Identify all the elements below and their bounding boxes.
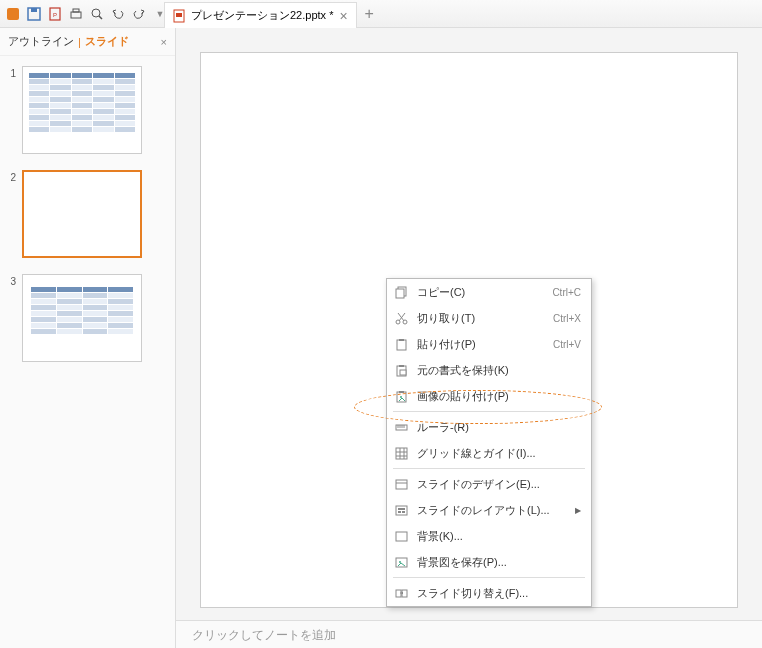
print-icon[interactable] bbox=[67, 5, 85, 23]
menu-paste-image[interactable]: 画像の貼り付け(P) bbox=[387, 383, 591, 409]
svg-rect-40 bbox=[402, 511, 405, 513]
save-bg-icon bbox=[393, 554, 409, 570]
thumbnail-row: 3 bbox=[6, 274, 169, 362]
menu-copy[interactable]: コピー(C) Ctrl+C bbox=[387, 279, 591, 305]
menu-paste[interactable]: 貼り付け(P) Ctrl+V bbox=[387, 331, 591, 357]
layout-icon bbox=[393, 502, 409, 518]
file-tab-name: プレゼンテーション22.pptx * bbox=[191, 8, 333, 23]
copy-icon bbox=[393, 284, 409, 300]
tab-outline[interactable]: アウトライン bbox=[8, 34, 74, 49]
grid-icon bbox=[393, 445, 409, 461]
pdf-icon[interactable]: P bbox=[46, 5, 64, 23]
close-tab-icon[interactable]: × bbox=[339, 8, 347, 24]
menu-label: 切り取り(T) bbox=[417, 311, 545, 326]
toolbar: P ▼ bbox=[0, 0, 762, 28]
transition-icon bbox=[393, 585, 409, 601]
svg-rect-23 bbox=[399, 391, 404, 393]
svg-rect-38 bbox=[398, 508, 405, 510]
presentation-file-icon bbox=[173, 9, 185, 23]
sidebar: アウトライン | スライド × 1 bbox=[0, 28, 176, 648]
app-icon[interactable] bbox=[4, 5, 22, 23]
cut-icon bbox=[393, 310, 409, 326]
svg-rect-10 bbox=[176, 13, 182, 17]
thumbnail-list: 1 2 3 bbox=[0, 56, 175, 388]
new-tab-button[interactable]: + bbox=[365, 5, 374, 23]
menu-label: 元の書式を保持(K) bbox=[417, 363, 581, 378]
paste-icon bbox=[393, 336, 409, 352]
thumbnail-number: 2 bbox=[6, 170, 16, 183]
thumbnail-number: 1 bbox=[6, 66, 16, 79]
menu-label: スライドのレイアウト(L)... bbox=[417, 503, 567, 518]
thumbnail-1[interactable] bbox=[22, 66, 142, 154]
svg-rect-18 bbox=[399, 339, 404, 341]
svg-rect-39 bbox=[398, 511, 401, 513]
save-icon[interactable] bbox=[25, 5, 43, 23]
menu-separator bbox=[393, 411, 585, 412]
undo-icon[interactable] bbox=[109, 5, 127, 23]
thumbnail-row: 1 bbox=[6, 66, 169, 154]
menu-shortcut: Ctrl+V bbox=[553, 339, 581, 350]
context-menu: コピー(C) Ctrl+C 切り取り(T) Ctrl+X 貼り付け(P) Ctr… bbox=[386, 278, 592, 607]
svg-rect-30 bbox=[396, 448, 407, 459]
thumbnail-3[interactable] bbox=[22, 274, 142, 362]
redo-icon[interactable] bbox=[130, 5, 148, 23]
svg-text:P: P bbox=[53, 12, 57, 18]
menu-label: コピー(C) bbox=[417, 285, 544, 300]
menu-separator bbox=[393, 468, 585, 469]
menu-cut[interactable]: 切り取り(T) Ctrl+X bbox=[387, 305, 591, 331]
tab-slide[interactable]: スライド bbox=[85, 34, 129, 49]
svg-rect-0 bbox=[7, 8, 19, 20]
svg-point-7 bbox=[92, 9, 100, 17]
menu-ruler[interactable]: ルーラ-(R) bbox=[387, 414, 591, 440]
svg-rect-12 bbox=[396, 289, 404, 298]
menu-label: スライド切り替え(F)... bbox=[417, 586, 581, 601]
ruler-icon bbox=[393, 419, 409, 435]
menu-design[interactable]: スライドのデザイン(E)... bbox=[387, 471, 591, 497]
svg-rect-6 bbox=[73, 9, 79, 12]
thumbnail-2[interactable] bbox=[22, 170, 142, 258]
menu-background[interactable]: 背景(K)... bbox=[387, 523, 591, 549]
menu-layout[interactable]: スライドのレイアウト(L)... ▶ bbox=[387, 497, 591, 523]
menu-label: ルーラ-(R) bbox=[417, 420, 581, 435]
menu-label: スライドのデザイン(E)... bbox=[417, 477, 581, 492]
preview-icon[interactable] bbox=[88, 5, 106, 23]
menu-separator bbox=[393, 577, 585, 578]
menu-shortcut: Ctrl+X bbox=[553, 313, 581, 324]
svg-line-8 bbox=[99, 16, 102, 19]
sidebar-close-icon[interactable]: × bbox=[161, 36, 167, 48]
notes-placeholder[interactable]: クリックしてノートを追加 bbox=[176, 620, 762, 648]
svg-rect-2 bbox=[31, 8, 37, 12]
submenu-arrow-icon: ▶ bbox=[575, 506, 581, 515]
svg-rect-5 bbox=[71, 12, 81, 18]
menu-transition[interactable]: スライド切り替え(F)... bbox=[387, 580, 591, 606]
svg-rect-17 bbox=[397, 340, 406, 350]
svg-rect-42 bbox=[396, 558, 407, 567]
svg-rect-35 bbox=[396, 480, 407, 489]
design-icon bbox=[393, 476, 409, 492]
svg-rect-20 bbox=[399, 365, 404, 367]
menu-label: 画像の貼り付け(P) bbox=[417, 389, 581, 404]
menu-label: グリッド線とガイド(I)... bbox=[417, 446, 581, 461]
svg-rect-41 bbox=[396, 532, 407, 541]
file-tab[interactable]: プレゼンテーション22.pptx * × bbox=[164, 2, 357, 28]
menu-paste-format[interactable]: 元の書式を保持(K) bbox=[387, 357, 591, 383]
menu-save-background[interactable]: 背景図を保存(P)... bbox=[387, 549, 591, 575]
menu-label: 貼り付け(P) bbox=[417, 337, 545, 352]
svg-rect-21 bbox=[400, 370, 406, 375]
paste-format-icon bbox=[393, 362, 409, 378]
file-tab-bar: プレゼンテーション22.pptx * × + bbox=[160, 0, 374, 28]
menu-label: 背景図を保存(P)... bbox=[417, 555, 581, 570]
thumbnail-number: 3 bbox=[6, 274, 16, 287]
menu-label: 背景(K)... bbox=[417, 529, 581, 544]
main-area: アウトライン | スライド × 1 bbox=[0, 28, 762, 648]
svg-rect-37 bbox=[396, 506, 407, 515]
background-icon bbox=[393, 528, 409, 544]
thumbnail-row: 2 bbox=[6, 170, 169, 258]
menu-shortcut: Ctrl+C bbox=[552, 287, 581, 298]
paste-image-icon bbox=[393, 388, 409, 404]
tab-divider: | bbox=[78, 36, 81, 48]
sidebar-tabs: アウトライン | スライド × bbox=[0, 28, 175, 56]
menu-grid[interactable]: グリッド線とガイド(I)... bbox=[387, 440, 591, 466]
